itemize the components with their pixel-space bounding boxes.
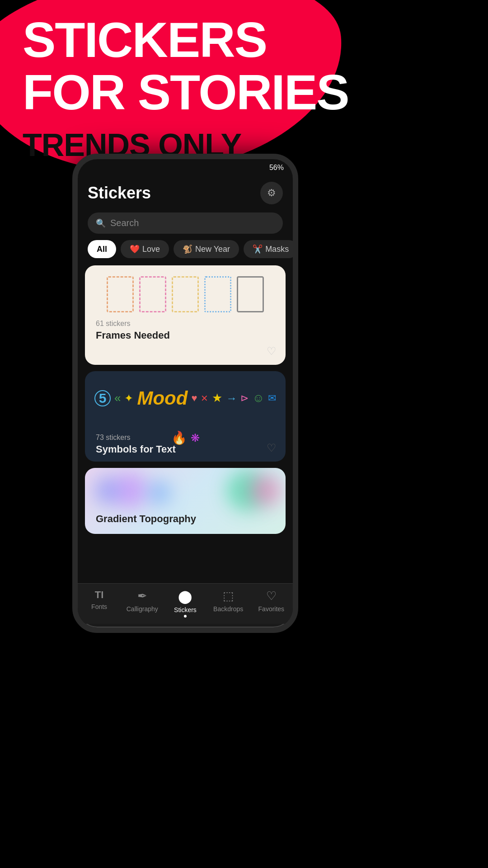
stickers-icon: ⬤ [178,589,192,604]
cards-container: 61 stickers Frames Needed ♡ 5 « ✦ Mood ♥… [78,265,293,534]
app-title: Stickers [88,184,151,203]
search-bar[interactable]: 🔍 Search [88,212,283,234]
favorites-icon: ♡ [266,589,277,603]
card-frames-needed[interactable]: 61 stickers Frames Needed ♡ [85,265,286,365]
card-meta: 61 stickers Frames Needed [94,320,277,341]
fonts-icon: TI [95,589,104,601]
gradient-blob [249,475,281,506]
gradient-blob [148,481,171,504]
masks-emoji: ✂️ [253,244,263,254]
active-indicator [184,615,187,618]
card-name: Gradient Topography [96,513,275,525]
symbol-item: 5 [94,390,111,406]
filter-tab-newyear[interactable]: 🐒 New Year [174,240,239,258]
app-content: Stickers ⚙ 🔍 Search All ❤️ Love 🐒 New Ye… [78,174,293,624]
symbol-item: « [114,391,121,405]
nav-label-favorites: Favorites [258,605,285,613]
symbol-item: ☺ [252,391,264,405]
card-meta: Gradient Topography [94,513,277,525]
hero-title-line1: STICKERS FOR STORIES [23,14,349,118]
nav-item-fonts[interactable]: TI Fonts [81,589,117,618]
symbol-item: ✦ [124,392,133,405]
search-placeholder: Search [110,218,139,228]
nav-label-stickers: Stickers [174,606,197,613]
nav-item-backdrops[interactable]: ⬚ Backdrops [210,589,246,618]
card-count: 61 stickers [96,320,275,328]
card-name: Frames Needed [96,330,275,341]
symbol-item: → [226,392,237,405]
bottom-nav: TI Fonts ✒ Calligraphy ⬤ Stickers ⬚ Back… [78,583,293,624]
card-symbols-for-text[interactable]: 5 « ✦ Mood ♥ ✕ ★ → ⊳ ☺ ✉ 🔥 ❋ 73 stickers [85,371,286,462]
frame-item [237,276,264,312]
battery-indicator: 56% [269,164,284,172]
symbol-item: ♥ [191,392,197,404]
frame-item [107,276,134,312]
symbol-item: ❋ [191,432,200,444]
frame-item [204,276,231,312]
hero-text: STICKERS FOR STORIES TRENDS ONLY [23,14,349,163]
favorite-button[interactable]: ♡ [267,345,277,358]
nav-item-favorites[interactable]: ♡ Favorites [253,589,289,618]
calligraphy-icon: ✒ [137,589,147,603]
card-meta: 73 stickers Symbols for Text [94,434,178,455]
status-bar: 56% [78,159,293,174]
search-icon: 🔍 [96,218,106,228]
frame-item [172,276,199,312]
symbol-item: ✉ [268,392,276,404]
card-count: 73 stickers [96,434,176,442]
card-name: Symbols for Text [96,443,176,455]
favorite-button[interactable]: ♡ [267,442,277,454]
mood-text: Mood [137,387,188,409]
filter-tab-masks[interactable]: ✂️ Masks [244,240,293,258]
backdrops-icon: ⬚ [223,589,234,603]
love-emoji: ❤️ [130,244,140,254]
newyear-emoji: 🐒 [183,244,192,254]
nav-label-backdrops: Backdrops [213,605,243,613]
phone-frame: 56% Stickers ⚙ 🔍 Search All ❤️ Love 🐒 Ne… [72,154,298,633]
filter-tabs: All ❤️ Love 🐒 New Year ✂️ Masks [78,240,293,265]
settings-button[interactable]: ⚙ [260,182,283,204]
nav-label-fonts: Fonts [91,603,107,610]
card-gradient-topography[interactable]: Gradient Topography [85,468,286,534]
symbol-item: ⊳ [240,392,249,404]
app-header: Stickers ⚙ [78,174,293,209]
nav-label-calligraphy: Calligraphy [127,605,158,613]
gradient-blob [94,477,121,504]
frames-preview [94,276,277,312]
filter-tab-love[interactable]: ❤️ Love [121,240,169,258]
frame-item [139,276,166,312]
nav-item-stickers[interactable]: ⬤ Stickers [167,589,203,618]
symbol-item: ★ [212,391,222,405]
filter-tab-all[interactable]: All [88,240,116,258]
symbol-item: ✕ [201,393,208,404]
nav-item-calligraphy[interactable]: ✒ Calligraphy [124,589,160,618]
